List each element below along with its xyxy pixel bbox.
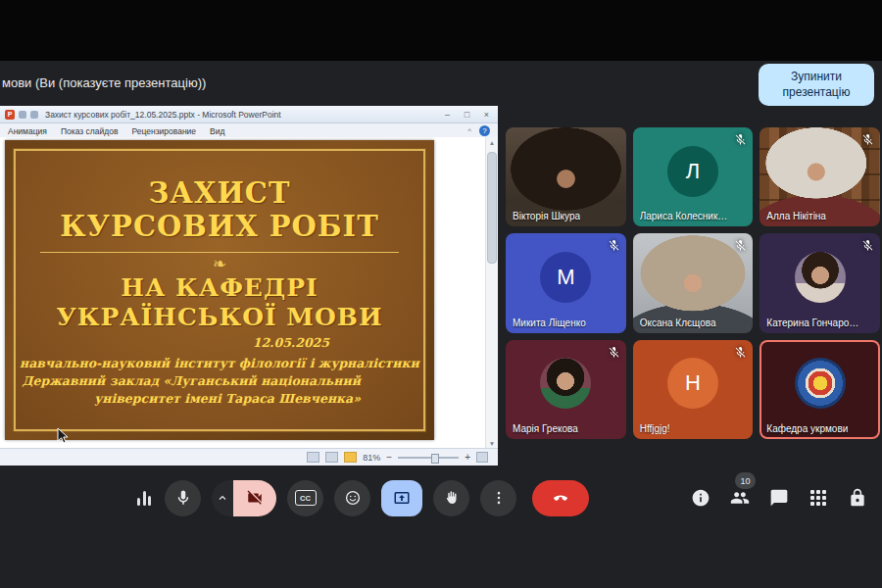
participant-name: Вікторія Шкура — [513, 211, 580, 221]
avatar: М — [540, 252, 591, 303]
slide-subtitle-line1: НА КАФЕДРІ — [16, 273, 423, 303]
meeting-panel-icons: 10 — [690, 487, 868, 509]
save-icon[interactable] — [19, 111, 26, 119]
camera-control — [212, 480, 276, 516]
slide-org-line2: університет імені Тараса Шевченка» — [16, 391, 423, 406]
mic-icon — [174, 489, 192, 507]
hang-up-icon — [551, 488, 570, 508]
zoom-level: 81% — [363, 453, 380, 463]
tile-mariia[interactable]: Марія Грекова — [506, 340, 626, 439]
avatar: Н — [667, 358, 718, 409]
present-button-active[interactable] — [381, 480, 422, 516]
audio-level-icon — [137, 490, 151, 506]
reactions-button[interactable] — [334, 480, 370, 516]
ribbon-collapse-icon[interactable]: ^ — [467, 126, 471, 135]
chat-icon — [769, 488, 789, 508]
participant-name: Микита Ліщенко — [513, 318, 586, 328]
status-bar: 81% − + — [0, 448, 498, 466]
call-title: мови (Ви (показуєте презентацію)) — [2, 75, 206, 90]
tile-kafedra-active-speaker[interactable]: Кафедра укрмови — [760, 340, 880, 439]
undo-icon[interactable] — [30, 111, 38, 119]
camera-off-button[interactable] — [233, 480, 276, 516]
minimize-icon[interactable]: – — [441, 110, 454, 120]
tab-review[interactable]: Рецензирование — [131, 126, 196, 136]
mic-off-icon — [734, 346, 747, 359]
stop-presenting-button[interactable]: Зупинити презентацію — [759, 64, 874, 106]
tile-larysa[interactable]: Л Лариса Колесник… — [633, 127, 754, 226]
slide-org-line1: Державний заклад «Луганський національни… — [16, 373, 423, 388]
tab-slideshow[interactable]: Показ слайдов — [61, 126, 119, 136]
apps-grid-icon — [810, 490, 826, 506]
more-vert-icon — [490, 489, 508, 507]
scrollbar-thumb[interactable] — [487, 152, 497, 264]
chat-button[interactable] — [768, 487, 790, 509]
lock-icon — [848, 488, 867, 508]
people-button[interactable]: 10 — [729, 487, 751, 509]
end-call-button[interactable] — [532, 480, 589, 516]
more-options-button[interactable] — [480, 480, 516, 516]
cc-icon: CC — [295, 490, 317, 506]
powerpoint-titlebar: P Захист курсових робіт_12.05.2025.pptx … — [0, 106, 498, 123]
slideshow-view-icon[interactable] — [344, 452, 357, 463]
tile-alla[interactable]: Алла Нікітіна — [760, 127, 880, 226]
tile-hffjgjg[interactable]: Н Hffjgjg! — [633, 340, 754, 439]
slide: ЗАХИСТ КУРСОВИХ РОБІТ ❧ НА КАФЕДРІ УКРАЇ… — [5, 140, 434, 440]
info-button[interactable] — [690, 487, 711, 509]
host-controls-button[interactable] — [847, 487, 868, 509]
people-icon — [730, 488, 750, 508]
slide-title-line2: КУРСОВИХ РОБІТ — [16, 210, 423, 243]
participant-name: Hffjgjg! — [640, 423, 670, 434]
hand-icon — [443, 489, 461, 507]
participant-name: Кафедра укрмови — [766, 423, 848, 434]
meet-window: мови (Ви (показуєте презентацію)) Зупини… — [0, 0, 882, 588]
avatar-initial: Н — [685, 370, 701, 396]
participant-name: Катерина Гончаро… — [766, 318, 858, 328]
tile-mykyta[interactable]: М Микита Ліщенко — [506, 233, 626, 332]
avatar-photo — [540, 358, 591, 409]
tile-kateryna[interactable]: Катерина Гончаро… — [760, 233, 880, 332]
info-icon — [691, 488, 710, 508]
zoom-slider-thumb[interactable] — [431, 454, 439, 464]
participant-name: Лариса Колесник… — [640, 211, 728, 221]
chevron-up-icon — [217, 492, 228, 504]
maximize-icon[interactable]: □ — [461, 110, 473, 120]
mic-off-icon — [608, 346, 620, 359]
camera-options-chevron[interactable] — [212, 480, 233, 516]
participant-count-badge: 10 — [735, 472, 756, 489]
mic-off-icon — [734, 239, 747, 252]
close-icon[interactable]: × — [480, 110, 493, 120]
participant-name: Алла Нікітіна — [766, 211, 826, 221]
avatar: Л — [667, 146, 718, 197]
vertical-scrollbar[interactable]: ▲ ▼ — [485, 137, 498, 449]
tile-oksana[interactable]: Оксана Клєщова — [633, 233, 754, 332]
participant-grid: Вікторія Шкура Л Лариса Колесник… Алла Н… — [506, 127, 880, 439]
call-controls: CC — [137, 479, 589, 516]
screen-share: P Захист курсових робіт_12.05.2025.pptx … — [0, 106, 498, 466]
normal-view-icon[interactable] — [307, 452, 319, 463]
mic-off-icon — [608, 239, 620, 252]
avatar-initial: Л — [686, 159, 700, 184]
avatar-photo — [795, 252, 846, 303]
slide-canvas: ЗАХИСТ КУРСОВИХ РОБІТ ❧ НА КАФЕДРІ УКРАЇ… — [0, 137, 498, 449]
camera-off-icon — [246, 489, 264, 507]
participant-name: Оксана Клєщова — [640, 318, 716, 328]
microphone-button[interactable] — [165, 480, 201, 516]
slide-sorter-icon[interactable] — [325, 452, 338, 463]
slide-institute: навчально-науковий інститут філології і … — [16, 356, 423, 370]
mic-off-icon — [861, 239, 874, 252]
department-logo-avatar — [795, 358, 846, 409]
apps-button[interactable] — [808, 487, 829, 509]
raise-hand-button[interactable] — [433, 480, 469, 516]
zoom-out-icon[interactable]: − — [386, 452, 392, 463]
tab-animation[interactable]: Анимация — [8, 126, 47, 136]
slide-frame: ЗАХИСТ КУРСОВИХ РОБІТ ❧ НА КАФЕДРІ УКРАЇ… — [14, 149, 425, 431]
tile-viktoriia[interactable]: Вікторія Шкура — [506, 127, 626, 226]
meet-header: мови (Ви (показуєте презентацію)) Зупини… — [0, 61, 882, 106]
scroll-up-icon[interactable]: ▲ — [486, 137, 498, 148]
zoom-slider[interactable] — [398, 457, 459, 459]
tab-view[interactable]: Вид — [210, 126, 224, 136]
captions-button[interactable]: CC — [287, 480, 323, 516]
zoom-in-icon[interactable]: + — [465, 452, 470, 463]
help-icon[interactable]: ? — [479, 125, 490, 136]
fit-to-window-icon[interactable] — [476, 452, 488, 463]
